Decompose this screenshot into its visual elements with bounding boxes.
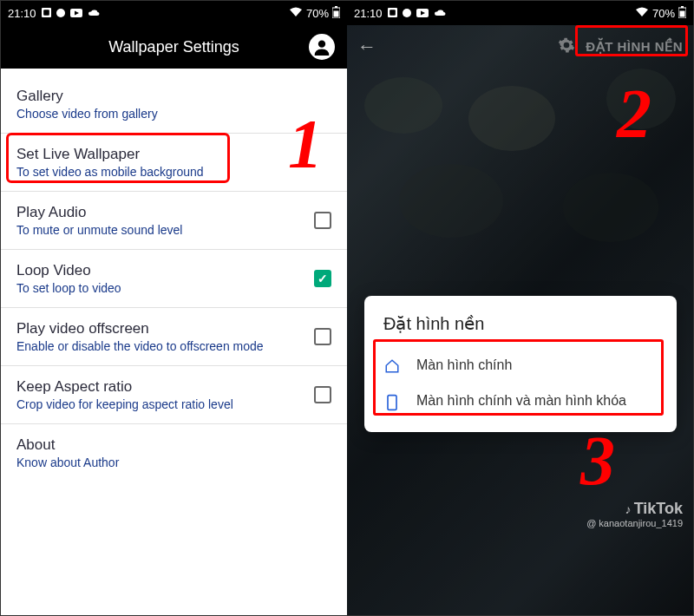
app-header: Wallpaper Settings [1,25,347,69]
tiktok-watermark: ♪ TikTok @ kanaotanjirou_1419 [586,500,683,528]
setting-title: Set Live Wallpaper [16,146,331,163]
set-wallpaper-dialog: Đặt hình nền Màn hình chính Màn hình chí… [364,296,677,432]
cloud-icon [88,7,100,20]
step-label-2: 2 [617,75,651,154]
status-bar: 21:10 70% [347,1,693,25]
setting-subtitle: Crop video for keeping aspect ratio leve… [16,397,314,411]
setting-subtitle: To set loop to video [16,281,314,295]
tiktok-brand: TikTok [634,500,683,517]
home-icon [383,357,401,374]
setting-subtitle: Choose video from gallery [16,107,331,121]
tiktok-user: @ kanaotanjirou_1419 [586,518,683,528]
profile-avatar[interactable] [309,34,335,60]
step-label-1: 1 [288,105,323,184]
setting-title: Keep Aspect ratio [16,378,314,396]
setting-subtitle: Enable or disable the video to offscreen… [16,339,314,353]
gallery-icon [42,7,51,20]
setting-aspect-ratio[interactable]: Keep Aspect ratio Crop video for keeping… [1,366,347,424]
dialog-label: Màn hình chính và màn hình khóa [416,392,626,410]
battery-icon [678,6,686,21]
setting-title: Gallery [16,88,331,105]
setting-subtitle: To set video as mobile background [16,165,331,179]
svg-rect-1 [43,10,49,16]
svg-rect-5 [334,10,339,16]
setting-subtitle: To mute or unmute sound level [16,223,314,237]
back-icon[interactable]: ← [357,36,376,58]
youtube-icon [70,7,82,20]
checkbox-unchecked[interactable] [314,212,331,229]
svg-rect-12 [680,10,685,16]
status-bar: 21:10 70% [1,1,347,25]
cloud-icon [434,7,446,20]
dialog-title: Đặt hình nền [378,313,663,334]
setting-title: About [16,436,331,454]
battery-text: 70% [306,7,329,20]
wifi-icon [635,7,649,20]
phone-icon [383,392,401,411]
setting-title: Play video offscreen [16,320,314,337]
gear-icon[interactable] [558,36,575,58]
setting-about[interactable]: About Know about Author [1,424,347,482]
set-wallpaper-button[interactable]: ĐẶT HÌNH NỀN [586,39,683,55]
svg-rect-8 [390,10,396,16]
dialog-option-home-lock[interactable]: Màn hình chính và màn hình khóa [378,383,663,420]
svg-rect-13 [388,395,396,410]
setting-subtitle: Know about Author [16,455,331,469]
youtube-icon [416,7,429,20]
dialog-label: Màn hình chính [416,357,512,375]
setting-play-offscreen[interactable]: Play video offscreen Enable or disable t… [1,308,347,366]
preview-screen: 21:10 70% ← ĐẶT HÌNH NỀN Đặt hình nền [347,1,693,615]
record-icon [56,9,65,17]
step-label-3: 3 [580,422,615,501]
gallery-icon [388,7,397,20]
checkbox-checked[interactable]: ✓ [314,270,331,287]
settings-screen: 21:10 70% Wallpaper Settings Gallery Cho… [1,1,347,615]
dialog-option-home[interactable]: Màn hình chính [378,348,663,383]
page-title: Wallpaper Settings [108,38,239,56]
record-icon [403,9,411,17]
status-time: 21:10 [354,7,383,20]
setting-title: Play Audio [16,204,314,221]
checkbox-unchecked[interactable] [314,386,331,403]
tiktok-icon: ♪ [625,502,632,516]
battery-text: 70% [652,7,675,20]
status-time: 21:10 [8,7,36,20]
setting-play-audio[interactable]: Play Audio To mute or unmute sound level [1,192,347,250]
checkbox-unchecked[interactable] [314,328,331,345]
battery-icon [332,6,340,21]
setting-title: Loop Video [16,262,314,279]
setting-loop-video[interactable]: Loop Video To set loop to video ✓ [1,250,347,308]
wifi-icon [289,7,303,20]
svg-point-6 [318,41,325,48]
